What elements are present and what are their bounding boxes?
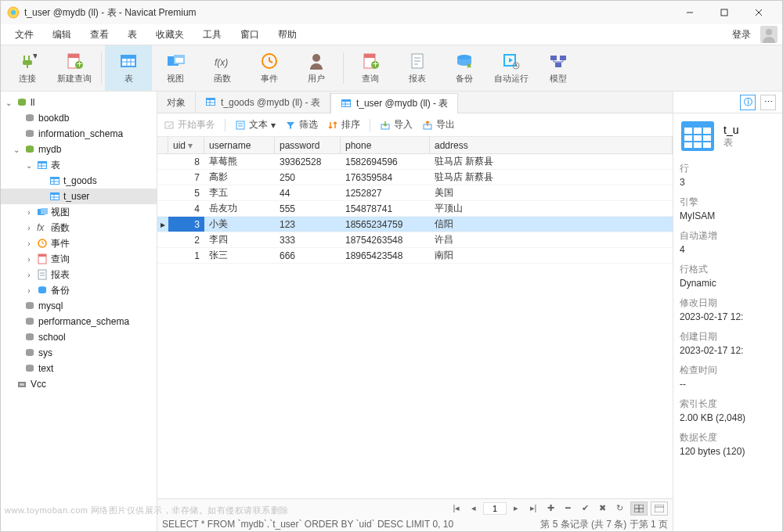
pager-del[interactable]: ━ xyxy=(560,501,576,516)
tree-caret-icon[interactable]: › xyxy=(24,239,34,248)
tree-caret-icon[interactable]: › xyxy=(24,271,34,279)
data-grid[interactable]: uid ▾ username password phone address 8 … xyxy=(157,137,673,498)
filter-button[interactable]: 筛选 xyxy=(285,118,318,131)
tree-caret-icon[interactable]: › xyxy=(24,208,34,217)
text-mode-button[interactable]: 文本 ▾ xyxy=(235,118,276,131)
menu-表[interactable]: 表 xyxy=(118,24,146,45)
tab-t_goods @mydb (ll) - 表[interactable]: t_goods @mydb (ll) - 表 xyxy=(196,92,330,113)
tree-Vcc[interactable]: Vcc xyxy=(1,376,157,392)
view-grid-button[interactable] xyxy=(630,501,648,516)
pager-first[interactable]: |◂ xyxy=(449,501,464,516)
toolbar-事件[interactable]: 事件 xyxy=(246,45,293,91)
tree-报表[interactable]: ›报表 xyxy=(1,267,157,282)
tree-mydb[interactable]: ⌄mydb xyxy=(1,142,157,157)
tree-caret-icon[interactable]: ⌄ xyxy=(4,99,13,107)
login-link[interactable]: 登录 xyxy=(726,28,757,41)
tree-performance_schema[interactable]: performance_schema xyxy=(1,314,157,329)
pager-cancel[interactable]: ✖ xyxy=(594,501,610,516)
toolbar-用户[interactable]: 用户 xyxy=(293,45,340,91)
table-row[interactable]: 4 岳友功 555 154878741 平顶山 xyxy=(157,201,673,217)
pager-next[interactable]: ▸ xyxy=(508,501,524,516)
window-controls xyxy=(673,1,776,24)
grid-header[interactable]: uid ▾ username password phone address xyxy=(157,137,673,154)
table-row[interactable]: 5 李五 44 1252827 美国 xyxy=(157,185,673,201)
connection-tree[interactable]: ⌄llbookdbinformation_schema⌄mydb⌄表t_good… xyxy=(1,92,157,531)
pager-refresh[interactable]: ↻ xyxy=(612,501,627,516)
db-grey-icon xyxy=(23,128,36,139)
toolbar-查询[interactable]: +查询 xyxy=(347,45,394,91)
tree-mysql[interactable]: mysql xyxy=(1,298,157,314)
tree-函数[interactable]: ›fx函数 xyxy=(1,220,157,235)
col-address[interactable]: address xyxy=(430,137,673,153)
import-button[interactable]: 导入 xyxy=(380,118,413,131)
menu-窗口[interactable]: 窗口 xyxy=(231,24,269,45)
tree-视图[interactable]: ›视图 xyxy=(1,204,157,220)
tree-bookdb[interactable]: bookdb xyxy=(1,110,157,126)
tree-school[interactable]: school xyxy=(1,329,157,345)
table-row[interactable]: ▸ 3 小美 123 18565234759 信阳 xyxy=(157,217,673,232)
close-button[interactable] xyxy=(742,1,776,24)
view-blue-icon xyxy=(36,207,49,217)
toolbar-连接[interactable]: ▾连接 xyxy=(4,45,51,91)
tab-对象[interactable]: 对象 xyxy=(157,92,196,113)
svg-rect-3 xyxy=(721,9,727,16)
chevron-down-icon: ▾ xyxy=(271,120,276,131)
table-row[interactable]: 2 李四 333 18754263548 许昌 xyxy=(157,232,673,248)
toolbar-视图[interactable]: 视图 xyxy=(152,45,199,91)
pager-apply[interactable]: ✔ xyxy=(577,501,593,516)
tree-information_schema[interactable]: information_schema xyxy=(1,126,157,142)
tree-caret-icon[interactable]: › xyxy=(24,224,34,232)
menu-帮助[interactable]: 帮助 xyxy=(269,24,306,45)
table-row[interactable]: 7 高影 250 176359584 驻马店 新蔡县 xyxy=(157,170,673,185)
tree-caret-icon[interactable]: › xyxy=(24,286,34,295)
menu-文件[interactable]: 文件 xyxy=(5,24,43,45)
tree-caret-icon[interactable]: ⌄ xyxy=(24,161,34,170)
tree-ll[interactable]: ⌄ll xyxy=(1,95,157,110)
col-username[interactable]: username xyxy=(204,137,275,153)
tree-caret-icon[interactable]: ⌄ xyxy=(12,146,21,154)
toolbar-新建查询[interactable]: +新建查询 xyxy=(51,45,98,91)
table-row[interactable]: 1 张三 666 18965423548 南阳 xyxy=(157,248,673,264)
tree-事件[interactable]: ›事件 xyxy=(1,235,157,251)
toolbar-表[interactable]: 表 xyxy=(105,45,152,91)
prop-行格式: 行格式Dynamic xyxy=(680,263,776,289)
export-button[interactable]: 导出 xyxy=(422,118,455,131)
tree-备份[interactable]: ›备份 xyxy=(1,282,157,298)
pager-last[interactable]: ▸| xyxy=(525,501,541,516)
toolbar-自动运行[interactable]: 自动运行 xyxy=(488,45,535,91)
tab-t_user @mydb (ll) - 表[interactable]: t_user @mydb (ll) - 表 xyxy=(330,93,459,113)
pager-page-input[interactable] xyxy=(483,502,507,515)
pager-prev[interactable]: ◂ xyxy=(466,501,482,516)
tree-表[interactable]: ⌄表 xyxy=(1,157,157,173)
table-row[interactable]: 8 草莓熊 39362528 1582694596 驻马店 新蔡县 xyxy=(157,154,673,170)
tree-sys[interactable]: sys xyxy=(1,345,157,361)
tree-caret-icon[interactable]: › xyxy=(24,255,34,264)
toolbar-备份[interactable]: 备份 xyxy=(441,45,488,91)
info-tab-general[interactable]: ⓘ xyxy=(740,95,756,110)
col-uid[interactable]: uid ▾ xyxy=(168,137,204,153)
menu-工具[interactable]: 工具 xyxy=(193,24,231,45)
toolbar-模型[interactable]: 模型 xyxy=(535,45,582,91)
menu-查看[interactable]: 查看 xyxy=(81,24,118,45)
plug-icon: ▾ xyxy=(18,52,37,70)
maximize-button[interactable] xyxy=(707,1,742,24)
svg-text:+: + xyxy=(373,59,378,70)
minimize-button[interactable] xyxy=(673,1,707,24)
view-form-button[interactable] xyxy=(651,501,668,516)
toolbar-报表[interactable]: 报表 xyxy=(394,45,441,91)
tree-t_goods[interactable]: t_goods xyxy=(1,173,157,189)
pager-add[interactable]: ✚ xyxy=(543,501,558,516)
begin-tx-button[interactable]: 开始事务 xyxy=(164,118,215,131)
avatar[interactable] xyxy=(760,26,778,43)
col-phone[interactable]: phone xyxy=(341,137,430,153)
info-tab-ddl[interactable]: ⋯ xyxy=(760,95,776,110)
menu-编辑[interactable]: 编辑 xyxy=(43,24,81,45)
menu-收藏夹[interactable]: 收藏夹 xyxy=(146,24,193,45)
tree-查询[interactable]: ›查询 xyxy=(1,251,157,267)
sort-button[interactable]: 排序 xyxy=(327,118,360,131)
toolbar-函数[interactable]: f(x)函数 xyxy=(199,45,246,91)
fx-icon: fx xyxy=(36,222,49,233)
col-password[interactable]: password xyxy=(275,137,341,153)
tree-t_user[interactable]: t_user xyxy=(1,189,157,204)
tree-text[interactable]: text xyxy=(1,361,157,376)
